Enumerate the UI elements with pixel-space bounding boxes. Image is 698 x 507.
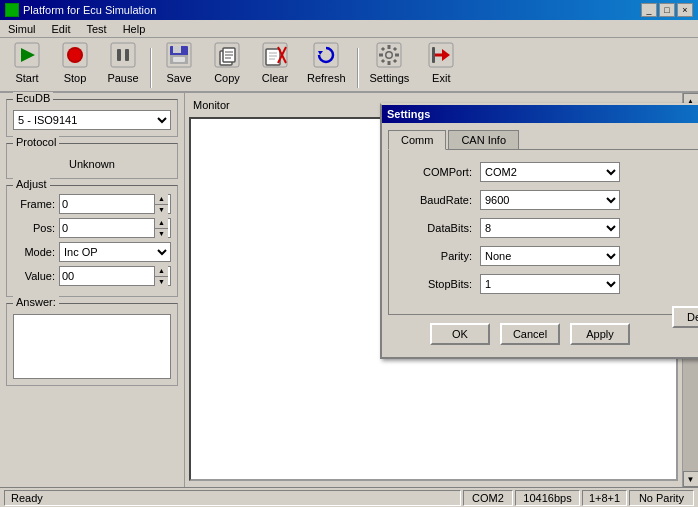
pos-input[interactable] [60,219,154,237]
exit-button[interactable]: Exit [418,35,464,88]
maximize-button[interactable]: □ [659,3,675,17]
save-button[interactable]: Save [156,35,202,88]
pos-row: Pos: ▲ ▼ [13,218,171,238]
menu-test[interactable]: Test [82,23,110,35]
mode-select[interactable]: Inc OP Dec OP Fixed [59,242,171,262]
baudrate-label: BaudRate: [397,194,472,206]
save-label: Save [166,72,191,84]
settings-dialog: Settings × Comm CAN Info COMPort: [380,103,698,359]
svg-rect-7 [111,43,135,67]
pause-icon [107,39,139,71]
value-input[interactable] [60,267,154,285]
settings-button[interactable]: Settings [363,35,417,88]
pause-button[interactable]: Pause [100,35,146,88]
close-button[interactable]: × [677,3,693,17]
value-row: Value: ▲ ▼ [13,266,171,286]
title-bar: Platform for Ecu Simulation _ □ × [0,0,698,20]
status-frame: 1+8+1 [582,490,627,506]
save-icon [163,39,195,71]
left-panel: EcuDB 5 - ISO9141 Protocol Unknown Adjus… [0,93,185,487]
status-ready: Ready [4,490,461,506]
parity-label: Parity: [397,250,472,262]
comport-row: COMPort: COM2 COM1 COM3 COM4 [397,162,698,182]
svg-rect-34 [388,61,391,65]
pos-up[interactable]: ▲ [155,218,168,229]
start-button[interactable]: Start [4,35,50,88]
svg-rect-35 [379,54,383,57]
frame-down[interactable]: ▼ [155,205,168,215]
value-spinner: ▲ ▼ [59,266,171,286]
value-down[interactable]: ▼ [155,277,168,287]
baudrate-row: BaudRate: 9600 19200 38400 57600 115200 [397,190,698,210]
pause-label: Pause [107,72,138,84]
frame-arrows: ▲ ▼ [154,194,168,214]
baudrate-select[interactable]: 9600 19200 38400 57600 115200 [480,190,620,210]
value-label: Value: [13,270,55,282]
default-button[interactable]: Default [672,306,698,328]
window-title: Platform for Ecu Simulation [23,4,156,16]
stopbits-select[interactable]: 1 2 [480,274,620,294]
copy-icon [211,39,243,71]
value-up[interactable]: ▲ [155,266,168,277]
parity-row: Parity: None Even Odd [397,246,698,266]
start-icon [11,39,43,71]
pos-spinner: ▲ ▼ [59,218,171,238]
stop-button[interactable]: Stop [52,35,98,88]
frame-spinner: ▲ ▼ [59,194,171,214]
svg-rect-33 [388,45,391,49]
pos-down[interactable]: ▼ [155,229,168,239]
tab-content: COMPort: COM2 COM1 COM3 COM4 BaudRate: [388,149,698,315]
status-bar: Ready COM2 10416bps 1+8+1 No Parity [0,487,698,507]
protocol-label: Protocol [13,136,59,148]
frame-input[interactable] [60,195,154,213]
adjust-label: Adjust [13,178,50,190]
svg-rect-6 [70,50,80,60]
toolbar: Start Stop Pause [0,38,698,93]
minimize-button[interactable]: _ [641,3,657,17]
answer-area [13,314,171,379]
parity-select[interactable]: None Even Odd [480,246,620,266]
settings-label: Settings [370,72,410,84]
comport-label: COMPort: [397,166,472,178]
dialog-overlay: Settings × Comm CAN Info COMPort: [185,93,682,487]
frame-label: Frame: [13,198,55,210]
databits-label: DataBits: [397,222,472,234]
ok-button[interactable]: OK [430,323,490,345]
status-parity: No Parity [629,490,694,506]
dialog-body: Comm CAN Info COMPort: COM2 COM1 COM3 [382,123,698,357]
apply-button[interactable]: Apply [570,323,630,345]
clear-label: Clear [262,72,288,84]
scroll-down-button[interactable]: ▼ [683,471,699,487]
dialog-title: Settings [387,108,430,120]
svg-rect-36 [395,54,399,57]
stop-icon [59,39,91,71]
dialog-title-bar: Settings × [382,105,698,123]
exit-label: Exit [432,72,450,84]
refresh-button[interactable]: Refresh [300,35,353,88]
clear-icon [259,39,291,71]
answer-label: Answer: [13,296,59,308]
menu-simul[interactable]: Simul [4,23,40,35]
databits-select[interactable]: 8 7 [480,218,620,238]
menu-help[interactable]: Help [119,23,150,35]
tab-caninfo[interactable]: CAN Info [448,130,519,150]
ecudb-select[interactable]: 5 - ISO9141 [13,110,171,130]
exit-icon [425,39,457,71]
answer-group: Answer: [6,303,178,386]
tab-bar: Comm CAN Info [388,129,698,149]
protocol-group: Protocol Unknown [6,143,178,179]
protocol-value: Unknown [13,154,171,172]
svg-rect-14 [173,57,185,62]
comport-select[interactable]: COM2 COM1 COM3 COM4 [480,162,620,182]
menu-edit[interactable]: Edit [48,23,75,35]
frame-up[interactable]: ▲ [155,194,168,205]
svg-point-32 [387,53,392,58]
clear-button[interactable]: Clear [252,35,298,88]
value-arrows: ▲ ▼ [154,266,168,286]
right-panel: Monitor Settings × Comm CAN Info [185,93,682,487]
status-baud: 10416bps [515,490,580,506]
tab-comm[interactable]: Comm [388,130,446,150]
copy-button[interactable]: Copy [204,35,250,88]
cancel-button[interactable]: Cancel [500,323,560,345]
mode-label: Mode: [13,246,55,258]
